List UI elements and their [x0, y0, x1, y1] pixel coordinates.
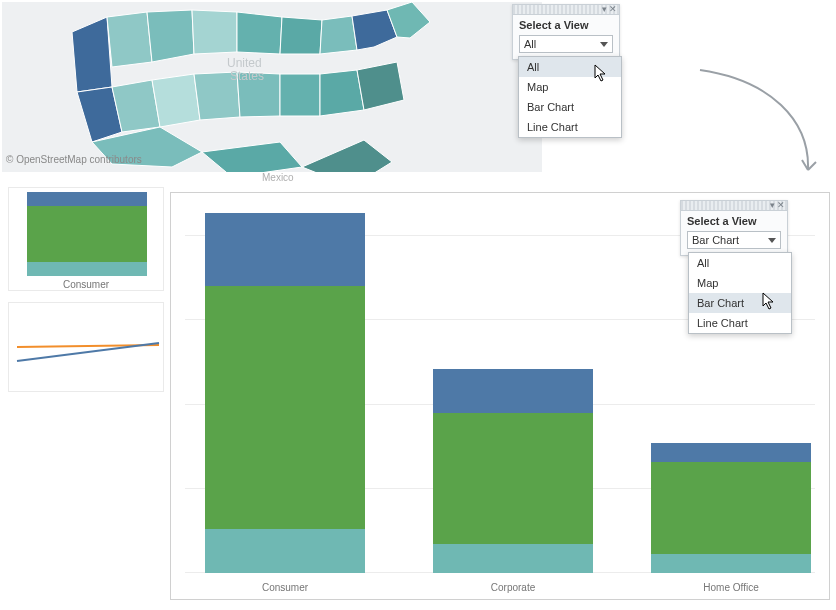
bar-xlabel: Corporate: [433, 582, 593, 593]
chevron-down-icon: [600, 42, 608, 47]
filter-menu-icon[interactable]: ▾: [770, 200, 775, 210]
bar-consumer: [205, 213, 365, 573]
dropdown-option[interactable]: Bar Chart: [519, 97, 621, 117]
bar-seg: [433, 369, 593, 413]
thumb-bar-seg-bot: [27, 262, 147, 276]
filter-select[interactable]: Bar Chart: [687, 231, 781, 249]
dropdown-option[interactable]: Map: [519, 77, 621, 97]
bar-corporate: [433, 369, 593, 573]
bar-seg: [433, 413, 593, 544]
filter-card-titlebar[interactable]: ▾ ✕: [513, 5, 619, 15]
filter-card-front: ▾ ✕ Select a View Bar Chart: [680, 200, 788, 256]
filter-title: Select a View: [681, 211, 787, 229]
map-label-mexico: Mexico: [262, 172, 294, 183]
bar-seg: [651, 462, 811, 554]
bar-seg: [651, 554, 811, 573]
bar-seg: [205, 529, 365, 573]
dropdown-option[interactable]: Map: [689, 273, 791, 293]
bar-seg: [205, 286, 365, 529]
bar-seg: [205, 213, 365, 286]
dropdown-option[interactable]: All: [689, 253, 791, 273]
filter-close-icon[interactable]: ✕: [609, 4, 617, 14]
filter-title: Select a View: [513, 15, 619, 33]
svg-text:United: United: [227, 56, 262, 70]
filter-selected-value: Bar Chart: [692, 234, 739, 246]
thumb-bar-stack: [27, 192, 147, 276]
us-map: United States: [52, 2, 492, 172]
map-attribution: © OpenStreetMap contributors: [6, 154, 142, 165]
filter-menu-icon[interactable]: ▾: [602, 4, 607, 14]
bar-xlabel: Home Office: [651, 582, 811, 593]
filter-close-icon[interactable]: ✕: [777, 200, 785, 210]
dropdown-option[interactable]: Line Chart: [689, 313, 791, 333]
thumb-bar-chart[interactable]: Consumer: [8, 187, 164, 291]
map-view: United States: [2, 2, 542, 172]
bar-seg: [651, 443, 811, 462]
filter-card-top: ▾ ✕ Select a View All: [512, 4, 620, 60]
filter-card-titlebar[interactable]: ▾ ✕: [681, 201, 787, 211]
svg-text:States: States: [230, 69, 264, 83]
transition-arrow-icon: [690, 60, 830, 200]
filter-selected-value: All: [524, 38, 536, 50]
filter-select[interactable]: All: [519, 35, 613, 53]
thumb-bar-xlabel: Consumer: [9, 279, 163, 290]
thumb-bar-seg-mid: [27, 206, 147, 262]
dropdown-option[interactable]: Line Chart: [519, 117, 621, 137]
thumb-bar-seg-top: [27, 192, 147, 206]
filter-dropdown-front: All Map Bar Chart Line Chart: [688, 252, 792, 334]
bar-xlabel: Consumer: [205, 582, 365, 593]
dropdown-option[interactable]: Bar Chart: [689, 293, 791, 313]
thumb-line-svg: [9, 303, 165, 393]
thumb-line-chart[interactable]: [8, 302, 164, 392]
bar-seg: [433, 544, 593, 573]
chevron-down-icon: [768, 238, 776, 243]
filter-dropdown-top: All Map Bar Chart Line Chart: [518, 56, 622, 138]
dropdown-option[interactable]: All: [519, 57, 621, 77]
bar-home-office: [651, 443, 811, 573]
